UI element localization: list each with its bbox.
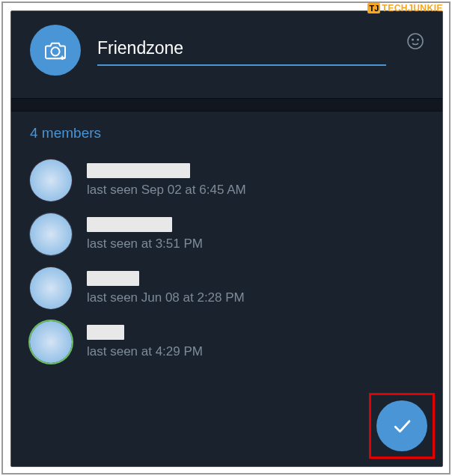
watermark-text: TECHJUNKIE xyxy=(382,3,443,13)
header-section xyxy=(11,11,442,98)
member-name-redacted xyxy=(87,325,124,340)
member-row[interactable]: last seen Jun 08 at 2:28 PM xyxy=(30,261,424,315)
members-section: 4 members last seen Sep 02 at 6:45 AMlas… xyxy=(11,112,442,369)
group-name-wrapper xyxy=(97,35,386,66)
member-info: last seen at 3:51 PM xyxy=(87,217,424,251)
member-status: last seen at 3:51 PM xyxy=(87,237,424,251)
svg-point-4 xyxy=(412,39,414,40)
confirm-button[interactable] xyxy=(376,400,427,451)
member-name-redacted xyxy=(87,217,172,232)
group-name-input[interactable] xyxy=(97,35,386,66)
member-row[interactable]: last seen at 4:29 PM xyxy=(30,315,424,369)
member-avatar xyxy=(30,321,72,363)
members-list: last seen Sep 02 at 6:45 AMlast seen at … xyxy=(30,153,424,369)
group-photo-button[interactable] xyxy=(30,25,81,76)
section-divider xyxy=(11,98,442,112)
watermark-tj: TJ xyxy=(367,3,380,13)
camera-add-icon xyxy=(44,40,67,60)
svg-point-0 xyxy=(51,47,59,55)
member-row[interactable]: last seen at 3:51 PM xyxy=(30,207,424,261)
member-info: last seen at 4:29 PM xyxy=(87,325,424,359)
member-avatar xyxy=(30,213,72,255)
svg-point-3 xyxy=(408,34,423,49)
members-count-label: 4 members xyxy=(30,125,424,141)
confirm-highlight xyxy=(369,393,435,459)
member-row[interactable]: last seen Sep 02 at 6:45 AM xyxy=(30,153,424,207)
member-name-redacted xyxy=(87,271,139,286)
member-avatar xyxy=(30,159,72,201)
member-avatar xyxy=(30,267,72,309)
member-info: last seen Jun 08 at 2:28 PM xyxy=(87,271,424,305)
member-info: last seen Sep 02 at 6:45 AM xyxy=(87,163,424,198)
member-status: last seen at 4:29 PM xyxy=(87,344,424,359)
member-status: last seen Jun 08 at 2:28 PM xyxy=(87,290,424,305)
member-status: last seen Sep 02 at 6:45 AM xyxy=(87,183,424,198)
svg-point-5 xyxy=(418,39,419,40)
watermark: TJ TECHJUNKIE xyxy=(367,3,443,13)
member-name-redacted xyxy=(87,163,190,178)
smiley-icon xyxy=(406,32,424,50)
check-icon xyxy=(391,415,413,437)
app-frame: 4 members last seen Sep 02 at 6:45 AMlas… xyxy=(10,10,443,467)
emoji-button[interactable] xyxy=(406,32,424,50)
